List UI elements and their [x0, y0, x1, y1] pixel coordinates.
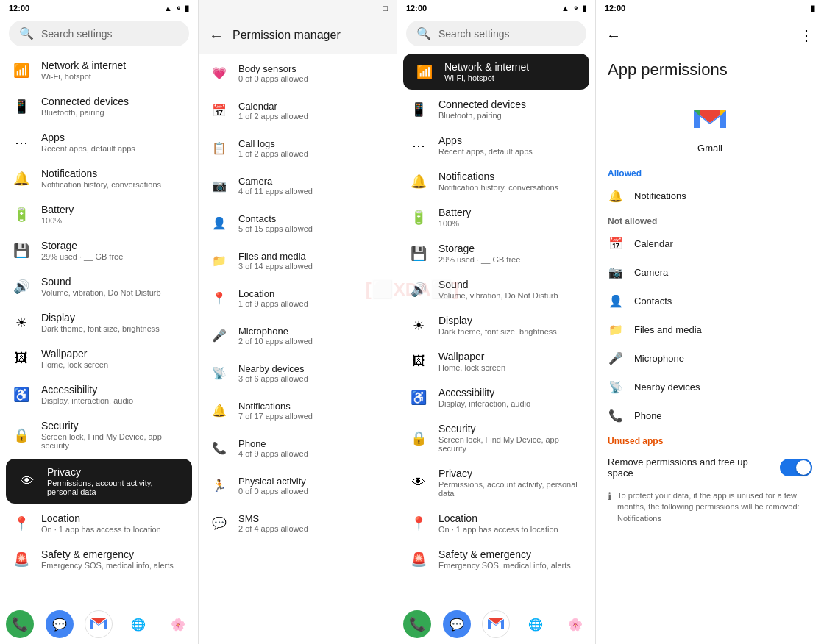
not-allowed-perm-item[interactable]: 🎤 Microphone: [596, 344, 824, 373]
search-icon-left: 🔍: [19, 26, 34, 40]
nav-gmail-left[interactable]: [85, 610, 113, 638]
not-allowed-perm-item[interactable]: 📡 Nearby devices: [596, 373, 824, 401]
perm-item[interactable]: 👤 Contacts 5 of 15 apps allowed: [199, 204, 397, 242]
perm-item[interactable]: 🏃 Physical activity 0 of 0 apps allowed: [199, 467, 397, 504]
settings-item-title: Connected devices: [438, 99, 526, 110]
settings-item-sub: Bluetooth, pairing: [41, 108, 129, 117]
settings-item[interactable]: 🖼 Wallpaper Home, lock screen: [397, 343, 595, 379]
perm-item-icon: 📞: [210, 440, 228, 457]
settings-item[interactable]: 📶 Network & internet Wi-Fi, hotspot: [403, 54, 589, 90]
back-button-app-perm[interactable]: ←: [606, 27, 621, 44]
info-icon: ℹ: [608, 490, 611, 502]
settings-item-title: Notifications: [41, 168, 161, 179]
settings-item-sub: Dark theme, font size, brightness: [438, 327, 557, 336]
battery-icon: ▮: [185, 4, 189, 13]
settings-item[interactable]: 🔋 Battery 100%: [0, 196, 198, 232]
perm-item[interactable]: 🎤 Microphone 2 of 10 apps allowed: [199, 317, 397, 354]
settings-item-title: Storage: [438, 243, 520, 254]
unused-apps-label: Unused apps: [596, 430, 824, 449]
nav-gmail-right[interactable]: [482, 610, 510, 638]
settings-item[interactable]: ⋯ Apps Recent apps, default apps: [0, 124, 198, 160]
perm-item-count: 0 of 0 apps allowed: [238, 487, 308, 495]
settings-item[interactable]: 🚨 Safety & emergency Emergency SOS, medi…: [397, 541, 595, 577]
search-icon-right: 🔍: [416, 26, 431, 40]
battery-perm: □: [383, 4, 388, 12]
perm-item-name: Location: [238, 288, 308, 299]
perm-item[interactable]: 📋 Call logs 1 of 2 apps allowed: [199, 129, 397, 167]
perm-item[interactable]: 📷 Camera 4 of 11 apps allowed: [199, 167, 397, 204]
perm-item[interactable]: 🔔 Notifications 7 of 17 apps allowed: [199, 392, 397, 429]
settings-item[interactable]: 📍 Location On · 1 app has access to loca…: [397, 505, 595, 541]
bottom-nav-right: 📞 💬 🌐 🌸: [397, 604, 595, 644]
settings-item[interactable]: 👁 Privacy Permissions, account activity,…: [397, 460, 595, 505]
settings-item[interactable]: 💾 Storage 29% used · __ GB free: [0, 232, 198, 268]
perm-item[interactable]: 📍 Location 1 of 9 apps allowed: [199, 279, 397, 317]
settings-item[interactable]: ☀ Display Dark theme, font size, brightn…: [397, 307, 595, 343]
perm-manager-title: Permission manager: [232, 29, 341, 42]
settings-item-sub: Notification history, conversations: [438, 183, 558, 192]
not-allowed-items: 📅 Calendar 📷 Camera 👤 Contacts 📁 Files a…: [596, 229, 824, 430]
not-allowed-perm-item[interactable]: 📁 Files and media: [596, 315, 824, 344]
nav-chrome-right[interactable]: 🌐: [522, 610, 550, 638]
nav-photos-left[interactable]: 🌸: [164, 610, 192, 638]
back-button-perm[interactable]: ←: [209, 27, 224, 44]
settings-item[interactable]: ⋯ Apps Recent apps, default apps: [397, 127, 595, 163]
remove-permissions-label: Remove permissions and free up space: [608, 457, 780, 479]
time-app-perm: 12:00: [605, 4, 625, 12]
settings-item-sub: Display, interaction, audio: [438, 399, 530, 408]
allowed-perm-icon: 🔔: [608, 189, 624, 203]
settings-item-title: Storage: [41, 240, 123, 251]
settings-item[interactable]: 📱 Connected devices Bluetooth, pairing: [397, 91, 595, 127]
settings-item[interactable]: 🔒 Security Screen lock, Find My Device, …: [397, 415, 595, 460]
perm-item[interactable]: 📅 Calendar 1 of 2 apps allowed: [199, 92, 397, 129]
allowed-perm-name: Notifications: [634, 190, 686, 201]
settings-item[interactable]: ☀ Display Dark theme, font size, brightn…: [0, 304, 198, 340]
perm-item[interactable]: 📁 Files and media 3 of 14 apps allowed: [199, 242, 397, 279]
allowed-perm-item[interactable]: 🔔 Notifications: [596, 182, 824, 210]
perm-item-icon: 🎤: [210, 327, 228, 345]
settings-item[interactable]: 💾 Storage 29% used · __ GB free: [397, 235, 595, 271]
settings-item-title: Privacy: [438, 468, 583, 479]
settings-item-icon: 🔊: [12, 277, 31, 296]
not-allowed-perm-name: Nearby devices: [634, 382, 700, 393]
nav-phone-left[interactable]: 📞: [6, 610, 34, 638]
nav-photos-right[interactable]: 🌸: [561, 610, 589, 638]
settings-item[interactable]: 🖼 Wallpaper Home, lock screen: [0, 340, 198, 376]
not-allowed-perm-item[interactable]: 📞 Phone: [596, 401, 824, 430]
remove-permissions-toggle[interactable]: [780, 459, 812, 476]
settings-item[interactable]: 🔊 Sound Volume, vibration, Do Not Distur…: [0, 268, 198, 304]
nav-chrome-left[interactable]: 🌐: [124, 610, 152, 638]
perm-item[interactable]: 📞 Phone 4 of 9 apps allowed: [199, 429, 397, 467]
nav-msg-left[interactable]: 💬: [46, 610, 74, 638]
settings-item[interactable]: ♿ Accessibility Display, interaction, au…: [0, 376, 198, 412]
search-bar-left[interactable]: 🔍 Search settings: [9, 21, 189, 46]
settings-item[interactable]: 📶 Network & internet Wi-Fi, hotspot: [0, 52, 198, 88]
settings-item[interactable]: 📱 Connected devices Bluetooth, pairing: [0, 88, 198, 124]
more-button-app-perm[interactable]: ⋮: [799, 26, 814, 44]
settings-item-icon: 🔒: [409, 429, 428, 448]
search-bar-right[interactable]: 🔍 Search settings: [406, 21, 586, 46]
not-allowed-perm-item[interactable]: 📷 Camera: [596, 258, 824, 287]
nav-phone-right[interactable]: 📞: [403, 610, 431, 638]
not-allowed-perm-item[interactable]: 📅 Calendar: [596, 229, 824, 258]
settings-item[interactable]: 🔔 Notifications Notification history, co…: [397, 163, 595, 199]
not-allowed-perm-item[interactable]: 👤 Contacts: [596, 287, 824, 315]
settings-item[interactable]: 👁 Privacy Permissions, account activity,…: [6, 459, 192, 504]
perm-item[interactable]: 📡 Nearby devices 3 of 6 apps allowed: [199, 354, 397, 392]
settings-item[interactable]: 🚨 Safety & emergency Emergency SOS, medi…: [0, 541, 198, 577]
not-allowed-perm-icon: 📞: [608, 409, 624, 423]
settings-item[interactable]: 🔔 Notifications Notification history, co…: [0, 160, 198, 196]
settings-item[interactable]: 🔒 Security Screen lock, Find My Device, …: [0, 412, 198, 457]
info-text: To protect your data, if the app is unus…: [617, 490, 812, 524]
settings-item[interactable]: 🔊 Sound Volume, vibration, Do Not Distur…: [397, 271, 595, 307]
settings-item[interactable]: 📍 Location On · 1 app has access to loca…: [0, 505, 198, 541]
nav-msg-right[interactable]: 💬: [443, 610, 471, 638]
settings-item[interactable]: ♿ Accessibility Display, interaction, au…: [397, 379, 595, 415]
perm-item-name: Nearby devices: [238, 363, 308, 374]
settings-item-title: Wallpaper: [438, 351, 505, 362]
app-name-label: Gmail: [697, 143, 722, 154]
perm-item[interactable]: 💗 Body sensors 0 of 0 apps allowed: [199, 54, 397, 92]
perm-item[interactable]: 💬 SMS 2 of 4 apps allowed: [199, 504, 397, 542]
settings-item-icon: 👁: [409, 473, 428, 493]
settings-item[interactable]: 🔋 Battery 100%: [397, 199, 595, 235]
